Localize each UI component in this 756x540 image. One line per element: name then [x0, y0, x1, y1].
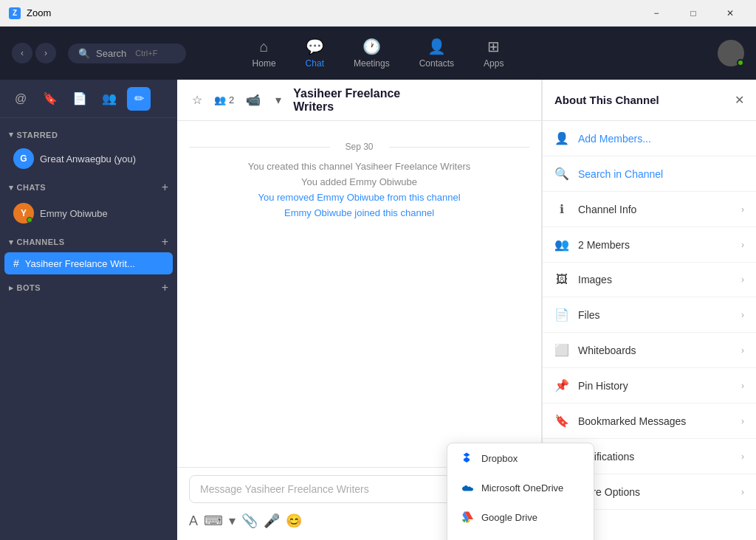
title-bar-left: Z Zoom: [9, 7, 51, 19]
about-item-channel-info[interactable]: ℹ Channel Info ›: [543, 192, 756, 227]
nav-label-apps: Apps: [484, 58, 504, 69]
nav-label-contacts: Contacts: [419, 58, 454, 69]
channel-hash-icon: #: [13, 257, 19, 269]
back-button[interactable]: ‹: [12, 43, 32, 63]
minimize-button[interactable]: −: [639, 0, 673, 27]
chat-area: ☆ 👥 2 📹 ▾ Yasiheer Freelance Writers Sep…: [177, 80, 542, 540]
file-picker-googledrive[interactable]: Google Drive: [447, 502, 594, 532]
chat-messages: Sep 30 You created this channel Yasiheer…: [177, 121, 541, 467]
nav-label-chat: Chat: [306, 58, 324, 69]
channels-section-header: ▾ CHANNELS +: [0, 229, 177, 252]
chats-section-header: ▾ CHATS +: [0, 175, 177, 197]
format-button[interactable]: A: [189, 513, 198, 529]
channels-section-toggle[interactable]: ▾ CHANNELS: [9, 238, 65, 247]
googledrive-icon: [459, 510, 474, 525]
search-box[interactable]: 🔍 Search Ctrl+F: [68, 44, 186, 63]
file-picker-label: Google Drive: [481, 512, 537, 523]
file-picker-box[interactable]: box Box: [447, 532, 594, 540]
nav-item-meetings[interactable]: 🕐 Meetings: [339, 32, 405, 75]
chevron-right-icon: ›: [741, 451, 744, 462]
about-close-button[interactable]: ✕: [735, 93, 744, 107]
add-channel-button[interactable]: +: [162, 235, 168, 249]
about-item-label: Images: [578, 274, 732, 285]
nav-item-apps[interactable]: ⊞ Apps: [469, 32, 518, 75]
avatar: G: [13, 148, 34, 169]
about-item-images[interactable]: 🖼 Images ›: [543, 263, 756, 297]
sidebar-docs-btn[interactable]: 📄: [68, 87, 92, 111]
sidebar-bookmark-btn[interactable]: 🔖: [38, 87, 62, 111]
more-options-button[interactable]: ▾: [272, 90, 284, 110]
sidebar-item-emmy-obiwube[interactable]: Y Emmy Obiwube: [4, 198, 173, 229]
chevron-down-icon: ▾: [9, 238, 14, 247]
maximize-button[interactable]: □: [676, 0, 710, 27]
sidebar-contacts-btn[interactable]: 👥: [97, 87, 121, 111]
date-text: Sep 30: [345, 142, 373, 152]
file-picker-label: Microsoft OneDrive: [481, 482, 563, 494]
about-item-search-channel[interactable]: 🔍 Search in Channel: [543, 156, 756, 192]
forward-button[interactable]: ›: [35, 43, 56, 63]
emoji-button[interactable]: ⌨: [204, 513, 223, 529]
emoji-face-button[interactable]: 😊: [286, 513, 302, 529]
channels-label: CHANNELS: [17, 238, 65, 246]
about-item-add-members[interactable]: 👤 Add Members...: [543, 121, 756, 156]
search-shortcut: Ctrl+F: [135, 49, 157, 58]
nav-label-home: Home: [252, 58, 276, 69]
add-bot-button[interactable]: +: [162, 281, 168, 294]
about-item-label: Channel Info: [578, 204, 732, 215]
file-picker-onedrive[interactable]: Microsoft OneDrive: [447, 473, 594, 502]
about-item-pin-history[interactable]: 📌 Pin History ›: [543, 368, 756, 404]
members-icon: 👥: [214, 94, 226, 105]
sidebar-item-label: Yasiheer Freelance Writ...: [25, 258, 135, 269]
members-button[interactable]: 👥 2: [214, 94, 234, 105]
pin-icon: 📌: [554, 378, 569, 392]
members-icon: 👥: [554, 238, 569, 252]
search-label: Search: [96, 48, 126, 59]
file-picker-dropbox[interactable]: Dropbox: [447, 443, 594, 473]
about-item-members[interactable]: 👥 2 Members ›: [543, 227, 756, 263]
video-button[interactable]: 📹: [243, 90, 264, 110]
audio-button[interactable]: 🎤: [264, 513, 280, 529]
about-item-whiteboards[interactable]: ⬜ Whiteboards ›: [543, 333, 756, 368]
close-button[interactable]: ✕: [713, 0, 747, 27]
sidebar: @ 🔖 📄 👥 ✏ ▾ STARRED G Great Anwaegbu (yo…: [0, 80, 177, 540]
nav-item-home[interactable]: ⌂ Home: [238, 32, 291, 75]
about-item-label: Pin History: [578, 380, 732, 392]
nav-bar: ‹ › 🔍 Search Ctrl+F ⌂ Home 💬 Chat 🕐 Meet…: [0, 27, 756, 80]
about-item-label: Files: [578, 309, 732, 321]
star-button[interactable]: ☆: [189, 90, 205, 110]
nav-label-meetings: Meetings: [354, 58, 390, 69]
bots-section-toggle[interactable]: ▸ BOTS: [9, 283, 41, 293]
nav-item-chat[interactable]: 💬 Chat: [291, 32, 339, 75]
online-status-dot: [737, 59, 744, 66]
sidebar-item-yasiheer[interactable]: # Yasiheer Freelance Writ...: [4, 252, 173, 274]
about-item-label: More Options: [578, 486, 732, 498]
user-avatar[interactable]: [718, 40, 744, 66]
attachment-button[interactable]: 📎: [241, 513, 258, 529]
about-item-files[interactable]: 📄 Files ›: [543, 297, 756, 333]
search-channel-icon: 🔍: [554, 167, 569, 181]
file-picker-dropdown: Dropbox Microsoft OneDrive: [447, 443, 594, 540]
nav-item-contacts[interactable]: 👤 Contacts: [405, 32, 469, 75]
sidebar-compose-btn[interactable]: ✏: [127, 87, 151, 111]
title-bar: Z Zoom − □ ✕: [0, 0, 756, 27]
about-item-label: Bookmarked Messages: [578, 415, 732, 427]
sidebar-icon-bar: @ 🔖 📄 👥 ✏: [0, 80, 177, 118]
nav-items: ⌂ Home 💬 Chat 🕐 Meetings 👤 Contacts ⊞ Ap…: [238, 32, 519, 75]
emoji-dropdown-button[interactable]: ▾: [229, 513, 236, 529]
about-item-bookmarked[interactable]: 🔖 Bookmarked Messages ›: [543, 404, 756, 439]
add-chat-button[interactable]: +: [162, 181, 168, 194]
sidebar-item-label: Emmy Obiwube: [40, 208, 108, 219]
bookmark-icon: 🔖: [554, 414, 569, 428]
message-text: You added Emmy Obiwube: [301, 176, 417, 187]
starred-section-header[interactable]: ▾ STARRED: [0, 124, 177, 142]
chats-section-toggle[interactable]: ▾ CHATS: [9, 183, 46, 193]
sidebar-item-great-anwaegbu[interactable]: G Great Anwaegbu (you): [4, 143, 173, 174]
chats-label: CHATS: [17, 183, 47, 192]
sidebar-mention-btn[interactable]: @: [9, 87, 32, 111]
chat-header: ☆ 👥 2 📹 ▾ Yasiheer Freelance Writers: [177, 80, 541, 121]
chevron-right-icon: ▸: [9, 283, 14, 293]
message-text: You removed Emmy Obiwube from this chann…: [258, 192, 460, 203]
chevron-right-icon: ›: [741, 204, 744, 215]
dropbox-icon: [459, 451, 474, 465]
chevron-right-icon: ›: [741, 487, 744, 497]
